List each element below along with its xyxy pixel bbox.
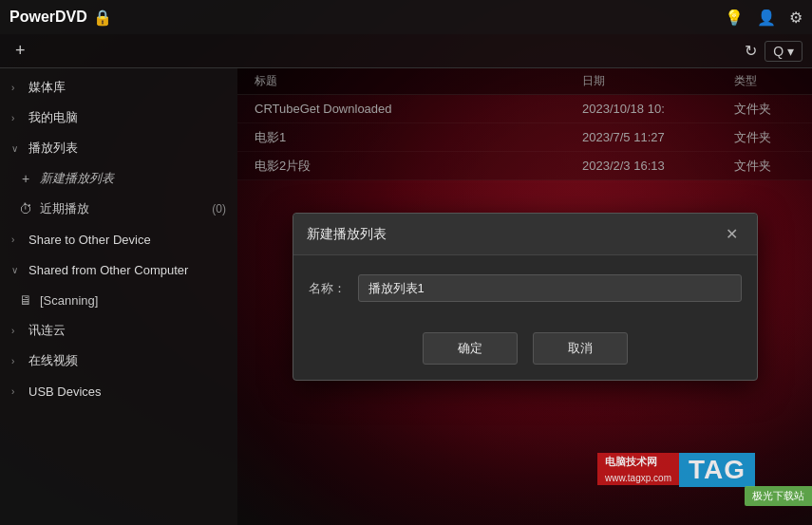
arrow-icon: › xyxy=(11,386,23,397)
sidebar-label-playlist: 播放列表 xyxy=(28,140,226,157)
dialog-body: 名称： xyxy=(293,255,757,321)
sidebar-label-media-library: 媒体库 xyxy=(28,79,226,96)
toolbar: + ↻ Q ▾ xyxy=(0,34,812,68)
dialog-cancel-button[interactable]: 取消 xyxy=(533,332,628,365)
sidebar-label-shared-from-other: Shared from Other Computer xyxy=(28,263,226,277)
jiguang-badge: 极光下载站 xyxy=(745,486,812,506)
arrow-icon: › xyxy=(11,356,23,366)
sidebar-label-share-to-other: Share to Other Device xyxy=(28,233,226,247)
sidebar-item-new-playlist[interactable]: + 新建播放列表 xyxy=(0,163,237,194)
watermark-site-name: 电脑技术网 xyxy=(597,453,679,471)
user-icon[interactable]: 👤 xyxy=(757,9,776,27)
refresh-button[interactable]: ↻ xyxy=(745,42,757,60)
tag-badge: TAG xyxy=(679,453,755,487)
computer-icon: 🖥 xyxy=(17,292,34,308)
new-playlist-dialog: 新建播放列表 ✕ 名称： 确定 取消 xyxy=(293,213,758,381)
sidebar-item-my-computer[interactable]: › 我的电脑 xyxy=(0,103,237,133)
add-button[interactable]: + xyxy=(9,39,31,63)
title-bar: PowerDVD 🔒 💡 👤 ⚙ xyxy=(0,0,812,34)
plus-icon: + xyxy=(17,171,34,186)
sidebar-item-playlist[interactable]: ∨ 播放列表 xyxy=(0,133,237,163)
settings-icon[interactable]: ⚙ xyxy=(789,9,803,27)
watermark: 电脑技术网 www.tagxp.com TAG xyxy=(597,453,755,487)
clock-icon: ⏱ xyxy=(17,201,34,216)
bulb-icon[interactable]: 💡 xyxy=(725,9,744,27)
app-logo: PowerDVD 🔒 xyxy=(9,9,725,27)
lock-icon: 🔒 xyxy=(93,9,112,27)
arrow-icon: › xyxy=(11,234,23,245)
sidebar-item-shared-from-other[interactable]: ∨ Shared from Other Computer xyxy=(0,254,237,285)
dialog-footer: 确定 取消 xyxy=(293,321,757,380)
sidebar-label-recent-play: 近期播放 xyxy=(40,200,206,217)
sidebar-label-xunlianyun: 讯连云 xyxy=(28,322,226,339)
dialog-field-name: 名称： xyxy=(309,274,742,302)
sidebar-label-usb-devices: USB Devices xyxy=(28,384,226,399)
arrow-icon: ∨ xyxy=(11,265,23,275)
search-button[interactable]: Q ▾ xyxy=(765,41,803,62)
sidebar-label-new-playlist: 新建播放列表 xyxy=(40,170,226,187)
toolbar-right: ↻ Q ▾ xyxy=(745,41,803,62)
sidebar-item-online-video[interactable]: › 在线视频 xyxy=(0,346,237,376)
sidebar-item-share-to-other[interactable]: › Share to Other Device xyxy=(0,224,237,254)
app-title: PowerDVD xyxy=(9,9,87,26)
sidebar-label-my-computer: 我的电脑 xyxy=(28,109,226,126)
sidebar-item-usb-devices[interactable]: › USB Devices xyxy=(0,376,237,406)
sidebar-item-xunlianyun[interactable]: › 讯连云 xyxy=(0,315,237,346)
main-area: › 媒体库 › 我的电脑 ∨ 播放列表 + 新建播放列表 ⏱ 近期播放 xyxy=(0,68,812,525)
dialog-name-label: 名称： xyxy=(309,280,347,297)
sidebar-label-scanning: [Scanning] xyxy=(40,293,226,308)
dialog-title-bar: 新建播放列表 ✕ xyxy=(293,214,757,255)
sidebar-item-recent-play[interactable]: ⏱ 近期播放 (0) xyxy=(0,194,237,224)
sidebar-label-online-video: 在线视频 xyxy=(28,352,226,369)
dialog-title: 新建播放列表 xyxy=(307,226,387,243)
sidebar: › 媒体库 › 我的电脑 ∨ 播放列表 + 新建播放列表 ⏱ 近期播放 xyxy=(0,68,237,525)
title-bar-icons: 💡 👤 ⚙ xyxy=(725,9,803,27)
recent-play-count: (0) xyxy=(212,202,226,216)
sidebar-item-scanning[interactable]: 🖥 [Scanning] xyxy=(0,285,237,315)
arrow-icon: › xyxy=(11,83,23,93)
dialog-close-button[interactable]: ✕ xyxy=(720,223,744,245)
arrow-icon: › xyxy=(11,326,23,336)
playlist-name-input[interactable] xyxy=(358,274,742,302)
dialog-confirm-button[interactable]: 确定 xyxy=(423,332,518,365)
arrow-icon: ∨ xyxy=(11,143,23,154)
watermark-url: www.tagxp.com xyxy=(597,471,679,485)
content-area: 标题 日期 类型 CRTubeGet Downloaded 2023/10/18… xyxy=(237,68,812,525)
arrow-icon: › xyxy=(11,113,23,123)
sidebar-item-media-library[interactable]: › 媒体库 xyxy=(0,72,237,103)
